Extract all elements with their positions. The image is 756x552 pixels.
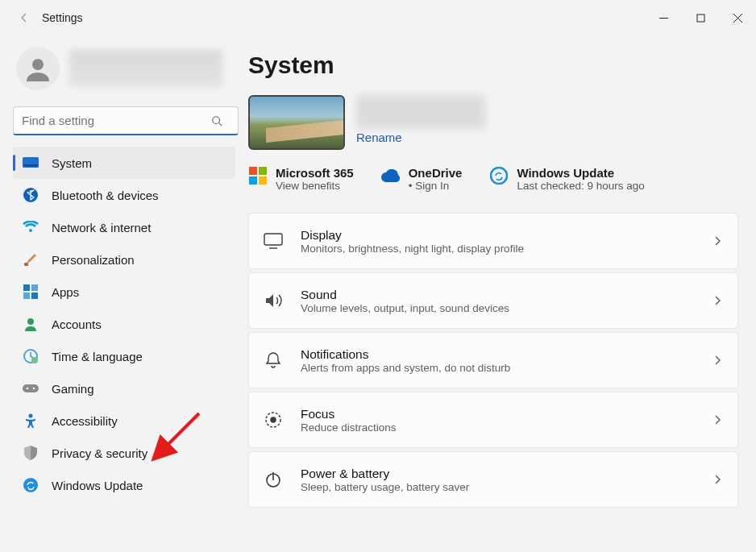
sidebar-item-label: Gaming bbox=[52, 382, 94, 396]
card-sub: Reduce distractions bbox=[301, 421, 694, 434]
close-button[interactable] bbox=[719, 5, 756, 31]
arrow-left-icon bbox=[18, 11, 31, 24]
sidebar-item-accounts[interactable]: Accounts bbox=[13, 308, 235, 340]
device-name-redacted bbox=[356, 95, 485, 129]
sidebar-item-apps[interactable]: Apps bbox=[13, 276, 235, 308]
user-name-redacted bbox=[69, 50, 222, 87]
status-title: Windows Update bbox=[517, 166, 644, 180]
status-title: Microsoft 365 bbox=[276, 166, 354, 180]
sidebar-item-privacy-security[interactable]: Privacy & security bbox=[13, 437, 235, 469]
display-icon bbox=[264, 231, 283, 251]
ms365-icon bbox=[248, 166, 268, 185]
status-windows-update[interactable]: Windows Update Last checked: 9 hours ago bbox=[489, 166, 644, 192]
gamepad-icon bbox=[23, 380, 39, 396]
chevron-right-icon bbox=[712, 295, 723, 306]
search-input[interactable] bbox=[13, 106, 239, 135]
brush-icon bbox=[23, 251, 39, 268]
card-title: Display bbox=[301, 228, 694, 243]
status-onedrive[interactable]: OneDrive Sign In bbox=[381, 166, 463, 192]
svg-rect-18 bbox=[23, 384, 39, 392]
sidebar-item-label: Bluetooth & devices bbox=[52, 189, 159, 202]
rename-link[interactable]: Rename bbox=[356, 131, 485, 144]
sidebar-item-accessibility[interactable]: Accessibility bbox=[13, 405, 235, 437]
chevron-right-icon bbox=[712, 235, 723, 247]
shield-icon bbox=[23, 445, 39, 461]
sidebar-item-network[interactable]: Network & internet bbox=[13, 211, 235, 243]
bluetooth-icon bbox=[23, 187, 39, 203]
svg-point-4 bbox=[32, 59, 44, 70]
svg-rect-8 bbox=[24, 164, 38, 167]
svg-rect-14 bbox=[31, 293, 38, 299]
sidebar-item-bluetooth[interactable]: Bluetooth & devices bbox=[13, 179, 235, 211]
accessibility-icon bbox=[23, 413, 39, 429]
svg-point-15 bbox=[27, 318, 34, 325]
sidebar-item-label: System bbox=[52, 156, 92, 170]
titlebar: Settings bbox=[0, 0, 756, 35]
card-sub: Sleep, battery usage, battery saver bbox=[301, 481, 694, 493]
status-title: OneDrive bbox=[409, 166, 463, 180]
clock-globe-icon bbox=[23, 348, 39, 364]
back-button[interactable] bbox=[10, 3, 39, 32]
svg-point-20 bbox=[33, 388, 35, 390]
person-icon bbox=[23, 316, 39, 332]
sidebar-item-personalization[interactable]: Personalization bbox=[13, 243, 235, 276]
card-notifications[interactable]: Notifications Alerts from apps and syste… bbox=[248, 332, 738, 388]
svg-rect-26 bbox=[259, 176, 267, 185]
sidebar-item-label: Time & language bbox=[52, 350, 143, 363]
app-title: Settings bbox=[42, 11, 83, 24]
main-pane: System Rename Microsoft 365 View benefit… bbox=[242, 35, 756, 552]
device-wallpaper-thumbnail[interactable] bbox=[248, 95, 345, 150]
svg-point-19 bbox=[27, 388, 29, 390]
search-icon bbox=[211, 115, 222, 127]
card-sub: Monitors, brightness, night light, displ… bbox=[301, 243, 694, 255]
sidebar-item-label: Privacy & security bbox=[52, 446, 147, 460]
wifi-icon bbox=[23, 219, 39, 235]
card-power-battery[interactable]: Power & battery Sleep, battery usage, ba… bbox=[248, 451, 738, 508]
sidebar: System Bluetooth & devices Network & int… bbox=[0, 35, 242, 552]
chevron-right-icon bbox=[712, 355, 723, 366]
avatar-placeholder-icon bbox=[23, 54, 52, 83]
update-circle-icon bbox=[489, 166, 509, 185]
system-icon bbox=[23, 155, 39, 171]
user-row[interactable] bbox=[13, 44, 235, 102]
status-ms365[interactable]: Microsoft 365 View benefits bbox=[248, 166, 354, 192]
svg-point-22 bbox=[23, 478, 38, 492]
status-sub: Last checked: 9 hours ago bbox=[517, 180, 644, 192]
sidebar-item-label: Windows Update bbox=[52, 479, 143, 492]
svg-rect-25 bbox=[249, 176, 257, 185]
sidebar-item-time-language[interactable]: Time & language bbox=[13, 340, 235, 372]
card-title: Sound bbox=[301, 288, 694, 302]
svg-point-17 bbox=[31, 357, 38, 363]
sidebar-item-label: Apps bbox=[52, 285, 79, 299]
sound-icon bbox=[264, 291, 283, 310]
svg-rect-11 bbox=[23, 284, 30, 291]
card-title: Notifications bbox=[301, 347, 694, 362]
sidebar-nav: System Bluetooth & devices Network & int… bbox=[13, 147, 235, 501]
svg-rect-23 bbox=[249, 167, 257, 175]
sidebar-item-label: Accessibility bbox=[52, 414, 118, 428]
sidebar-item-gaming[interactable]: Gaming bbox=[13, 372, 235, 405]
sidebar-item-label: Personalization bbox=[52, 253, 135, 267]
card-display[interactable]: Display Monitors, brightness, night ligh… bbox=[248, 213, 738, 269]
sidebar-item-system[interactable]: System bbox=[13, 147, 235, 179]
status-sub: View benefits bbox=[276, 180, 354, 192]
power-icon bbox=[264, 470, 283, 489]
svg-point-31 bbox=[271, 417, 276, 422]
card-sound[interactable]: Sound Volume levels, output, input, soun… bbox=[248, 272, 738, 329]
svg-rect-10 bbox=[24, 263, 28, 266]
device-row: Rename bbox=[248, 95, 738, 150]
sidebar-item-label: Network & internet bbox=[52, 221, 151, 234]
card-sub: Volume levels, output, input, sound devi… bbox=[301, 302, 694, 314]
svg-rect-28 bbox=[264, 234, 282, 245]
sidebar-item-label: Accounts bbox=[52, 318, 102, 331]
focus-icon bbox=[264, 410, 283, 430]
svg-point-21 bbox=[29, 414, 33, 418]
onedrive-icon bbox=[381, 166, 401, 185]
svg-rect-24 bbox=[259, 167, 267, 175]
card-focus[interactable]: Focus Reduce distractions bbox=[248, 392, 738, 448]
maximize-button[interactable] bbox=[682, 5, 719, 31]
minimize-button[interactable] bbox=[645, 5, 682, 31]
svg-rect-12 bbox=[31, 284, 38, 291]
sidebar-item-windows-update[interactable]: Windows Update bbox=[13, 469, 235, 501]
chevron-right-icon bbox=[712, 474, 723, 485]
